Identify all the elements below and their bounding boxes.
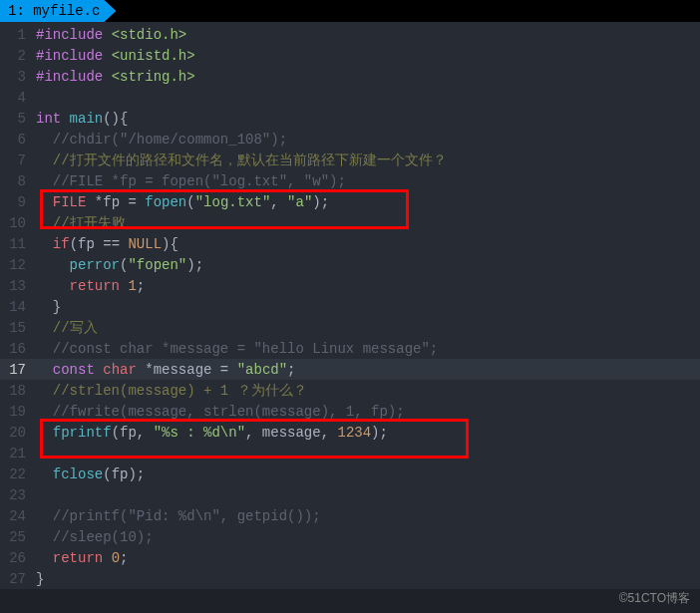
line-number: 3 [0, 69, 36, 85]
code-content: const char *message = "abcd"; [36, 362, 296, 378]
code-line[interactable]: 12 perror("fopen"); [0, 254, 700, 275]
code-line[interactable]: 8 //FILE *fp = fopen("log.txt", "w"); [0, 170, 700, 191]
code-line[interactable]: 24 //printf("Pid: %d\n", getpid()); [0, 505, 700, 526]
code-content: //FILE *fp = fopen("log.txt", "w"); [36, 173, 346, 189]
line-number: 21 [0, 446, 36, 461]
code-line[interactable]: 5int main(){ [0, 108, 700, 129]
line-number: 2 [0, 48, 36, 64]
code-line[interactable]: 6 //chdir("/home/common_108"); [0, 129, 700, 150]
code-content: } [36, 299, 61, 315]
code-line[interactable]: 7 //打开文件的路径和文件名，默认在当前路径下新建一个文件？ [0, 150, 700, 170]
line-number: 18 [0, 383, 36, 399]
line-number: 24 [0, 508, 36, 524]
code-line[interactable]: 25 //sleep(10); [0, 526, 700, 547]
line-number: 11 [0, 236, 36, 252]
line-number: 10 [0, 215, 36, 231]
code-line[interactable]: 21 [0, 443, 700, 463]
code-line[interactable]: 19 //fwrite(message, strlen(message), 1,… [0, 401, 700, 422]
code-content: //打开失败 [36, 214, 126, 232]
code-content: if(fp == NULL){ [36, 236, 178, 252]
tab-bar: 1: myfile.c [0, 0, 700, 22]
code-content: fclose(fp); [36, 466, 145, 482]
line-number: 16 [0, 341, 36, 357]
code-line[interactable]: 15 //写入 [0, 317, 700, 338]
file-tab[interactable]: 1: myfile.c [0, 0, 116, 22]
code-content: return 1; [36, 278, 145, 294]
code-content: //fwrite(message, strlen(message), 1, fp… [36, 404, 405, 420]
tab-label: 1: myfile.c [8, 3, 100, 19]
line-number: 5 [0, 111, 36, 127]
code-content: return 0; [36, 550, 128, 566]
code-editor[interactable]: 1#include <stdio.h>2#include <unistd.h>3… [0, 22, 700, 589]
line-number: 8 [0, 173, 36, 189]
line-number: 26 [0, 550, 36, 566]
watermark: ©51CTO博客 [619, 590, 690, 607]
code-line[interactable]: 13 return 1; [0, 275, 700, 296]
code-content: #include <string.h> [36, 69, 195, 85]
code-line[interactable]: 16 //const char *message = "hello Linux … [0, 338, 700, 359]
line-number: 23 [0, 487, 36, 503]
code-content: //strlen(message) + 1 ？为什么？ [36, 382, 307, 400]
line-number: 6 [0, 132, 36, 148]
line-number: 7 [0, 153, 36, 168]
code-line[interactable]: 1#include <stdio.h> [0, 24, 700, 45]
code-content: //打开文件的路径和文件名，默认在当前路径下新建一个文件？ [36, 152, 447, 169]
line-number: 22 [0, 466, 36, 482]
line-number: 20 [0, 425, 36, 441]
code-line[interactable]: 3#include <string.h> [0, 66, 700, 87]
code-content: //const char *message = "hello Linux mes… [36, 341, 438, 357]
code-content: perror("fopen"); [36, 257, 203, 273]
code-line[interactable]: 11 if(fp == NULL){ [0, 233, 700, 254]
code-line[interactable]: 27} [0, 568, 700, 589]
code-content: #include <stdio.h> [36, 27, 186, 43]
code-line[interactable]: 4 [0, 87, 700, 108]
code-content: //printf("Pid: %d\n", getpid()); [36, 508, 321, 524]
code-line[interactable]: 17 const char *message = "abcd"; [0, 359, 700, 380]
line-number: 19 [0, 404, 36, 420]
code-content: //写入 [36, 319, 98, 337]
code-line[interactable]: 10 //打开失败 [0, 212, 700, 233]
code-line[interactable]: 9 FILE *fp = fopen("log.txt", "a"); [0, 191, 700, 212]
code-line[interactable]: 23 [0, 484, 700, 505]
line-number: 1 [0, 27, 36, 43]
line-number: 9 [0, 194, 36, 210]
code-line[interactable]: 2#include <unistd.h> [0, 45, 700, 66]
line-number: 25 [0, 529, 36, 545]
line-number: 27 [0, 571, 36, 587]
code-line[interactable]: 26 return 0; [0, 547, 700, 568]
code-content: //sleep(10); [36, 529, 154, 545]
line-number: 14 [0, 299, 36, 315]
line-number: 15 [0, 320, 36, 336]
code-content: fprintf(fp, "%s : %d\n", message, 1234); [36, 425, 388, 441]
line-number: 13 [0, 278, 36, 294]
line-number: 4 [0, 90, 36, 106]
code-content: } [36, 571, 44, 587]
code-line[interactable]: 20 fprintf(fp, "%s : %d\n", message, 123… [0, 422, 700, 443]
code-content: int main(){ [36, 111, 128, 127]
line-number: 17 [0, 362, 36, 378]
code-line[interactable]: 18 //strlen(message) + 1 ？为什么？ [0, 380, 700, 401]
code-content: //chdir("/home/common_108"); [36, 132, 287, 148]
code-line[interactable]: 22 fclose(fp); [0, 463, 700, 484]
line-number: 12 [0, 257, 36, 273]
code-content: FILE *fp = fopen("log.txt", "a"); [36, 194, 329, 210]
code-line[interactable]: 14 } [0, 296, 700, 317]
code-content: #include <unistd.h> [36, 48, 195, 64]
